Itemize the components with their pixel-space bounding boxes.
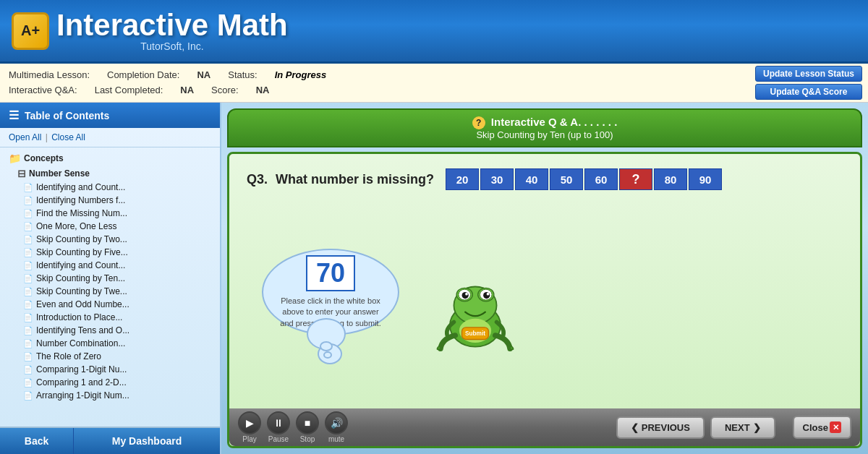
app-header: A+ Interactive Math TutorSoft, Inc. <box>0 0 868 64</box>
svg-point-8 <box>465 293 468 296</box>
thought-bubble: 70 Please click in the white box above t… <box>258 249 403 357</box>
play-group: ▶ Play <box>238 411 261 443</box>
svg-text:Submit: Submit <box>465 330 485 337</box>
doc-icon: 📄 <box>23 183 33 192</box>
update-lesson-button[interactable]: Update Lesson Status <box>755 66 862 82</box>
open-all-link[interactable]: Open All <box>9 132 41 142</box>
close-x-icon: ✕ <box>830 421 841 433</box>
qa-icon: ? <box>472 116 485 129</box>
stop-group: ■ Stop <box>296 411 319 443</box>
doc-icon: 📄 <box>23 378 33 387</box>
status-info: Multimedia Lesson: Completion Date: NA S… <box>0 64 749 102</box>
answer-area: 70 Please click in the white box above t… <box>229 197 860 408</box>
question-area: Q3. What number is missing? 20 30 40 50 … <box>229 154 860 197</box>
list-icon: ☰ <box>9 108 19 122</box>
qa-header: ? Interactive Q & A. . . . . . . Skip Co… <box>227 108 862 147</box>
sequence-cell-7: 80 <box>654 168 687 190</box>
status-label: Status: <box>228 68 257 83</box>
app-name: Interactive Math <box>56 10 288 40</box>
stop-button[interactable]: ■ <box>296 411 319 434</box>
company-name: TutorSoft, Inc. <box>56 40 288 52</box>
play-button[interactable]: ▶ <box>238 411 261 434</box>
sequence-cell-8: 90 <box>689 168 722 190</box>
list-item[interactable]: 📄 Number Combination... <box>6 337 220 350</box>
multimedia-label: Multimedia Lesson: <box>9 68 90 83</box>
content-area: ? Interactive Q & A. . . . . . . Skip Co… <box>221 103 868 454</box>
list-item[interactable]: 📄 Skip Counting by Five... <box>6 246 220 259</box>
dashboard-button[interactable]: My Dashboard <box>74 428 220 454</box>
previous-button[interactable]: ❮ PREVIOUS <box>616 416 705 439</box>
number-sequence: 20 30 40 50 60 ? 80 90 <box>446 168 722 190</box>
doc-icon: 📄 <box>23 222 33 231</box>
list-item[interactable]: 📄 Identifying Numbers f... <box>6 194 220 207</box>
doc-icon: 📄 <box>23 274 33 283</box>
list-item[interactable]: 📄 Arranging 1-Digit Num... <box>6 389 220 402</box>
doc-icon: 📄 <box>23 248 33 257</box>
chevron-left-icon: ❮ <box>631 422 639 433</box>
last-completed-label: Last Completed: <box>95 83 163 98</box>
svg-point-6 <box>462 292 469 299</box>
pause-button[interactable]: ⏸ <box>267 411 290 434</box>
svg-point-7 <box>483 292 490 299</box>
open-close-bar: Open All | Close All <box>0 128 220 147</box>
sidebar-bottom: Back My Dashboard <box>0 427 220 454</box>
list-item[interactable]: 📄 The Role of Zero <box>6 350 220 363</box>
mute-group: 🔊 mute <box>325 411 348 443</box>
nav-buttons: ❮ PREVIOUS NEXT ❯ <box>616 416 775 439</box>
toc-subsection: ⊟ Number Sense <box>6 166 220 181</box>
mute-label: mute <box>328 435 344 443</box>
logo-icon: A+ <box>12 12 49 50</box>
doc-icon: 📄 <box>23 365 33 374</box>
mute-button[interactable]: 🔊 <box>325 411 348 434</box>
list-item[interactable]: 📄 Skip Counting by Two... <box>6 233 220 246</box>
content-panel: Q3. What number is missing? 20 30 40 50 … <box>227 152 862 448</box>
svg-point-9 <box>487 293 490 296</box>
qa-title: ? Interactive Q & A. . . . . . . <box>240 116 849 129</box>
status-buttons: Update Lesson Status Update Q&A Score <box>749 64 868 102</box>
list-item[interactable]: 📄 Identifying and Count... <box>6 181 220 194</box>
list-item[interactable]: 📄 Even and Odd Numbe... <box>6 298 220 311</box>
sequence-cell-missing[interactable]: ? <box>619 168 652 190</box>
score-label: Score: <box>211 83 239 98</box>
status-value: In Progress <box>275 68 327 83</box>
sequence-cell-3: 40 <box>515 168 548 190</box>
list-item[interactable]: 📄 One More, One Less <box>6 220 220 233</box>
list-item[interactable]: 📄 Find the Missing Num... <box>6 207 220 220</box>
qa-subtitle: Skip Counting by Ten (up to 100) <box>240 129 849 140</box>
doc-icon: 📄 <box>23 287 33 296</box>
doc-icon: 📄 <box>23 196 33 205</box>
pause-label: Pause <box>268 435 289 443</box>
list-item[interactable]: 📄 Introduction to Place... <box>6 311 220 324</box>
list-item[interactable]: 📄 Comparing 1 and 2-D... <box>6 376 220 389</box>
sidebar: ☰ Table of Contents Open All | Close All… <box>0 103 221 454</box>
update-qa-button[interactable]: Update Q&A Score <box>755 84 862 100</box>
list-item[interactable]: 📄 Identifying Tens and O... <box>6 324 220 337</box>
list-item[interactable]: 📄 Skip Counting by Ten... <box>6 272 220 285</box>
controls-bar: ▶ Play ⏸ Pause ■ Stop 🔊 mute ❮ <box>229 408 860 446</box>
close-button[interactable]: Close ✕ <box>793 416 851 439</box>
interactive-label: Interactive Q&A: <box>9 83 77 98</box>
sequence-cell-5: 60 <box>584 168 618 190</box>
back-button[interactable]: Back <box>0 428 74 454</box>
frog-character: Submit <box>432 265 519 352</box>
close-all-link[interactable]: Close All <box>51 132 85 142</box>
completion-label: Completion Date: <box>107 68 179 83</box>
doc-icon: 📄 <box>23 313 33 322</box>
doc-icon: 📄 <box>23 339 33 348</box>
next-button[interactable]: NEXT ❯ <box>710 416 775 439</box>
doc-icon: 📄 <box>23 391 33 401</box>
main-layout: ☰ Table of Contents Open All | Close All… <box>0 103 868 454</box>
question-text: Q3. What number is missing? <box>247 172 434 187</box>
list-item[interactable]: 📄 Identifying and Count... <box>6 259 220 272</box>
sequence-cell-2: 30 <box>480 168 514 190</box>
answer-value: 70 <box>306 255 355 291</box>
completion-value: NA <box>197 68 210 83</box>
score-value: NA <box>256 83 270 98</box>
folder-icon: 📁 <box>9 153 21 164</box>
list-item[interactable]: 📄 Comparing 1-Digit Nu... <box>6 363 220 376</box>
doc-icon: 📄 <box>23 326 33 335</box>
list-item[interactable]: 📄 Skip Counting by Twe... <box>6 285 220 298</box>
pause-group: ⏸ Pause <box>267 411 290 443</box>
doc-icon: 📄 <box>23 261 33 270</box>
close-btn-area: Close ✕ <box>793 416 851 439</box>
